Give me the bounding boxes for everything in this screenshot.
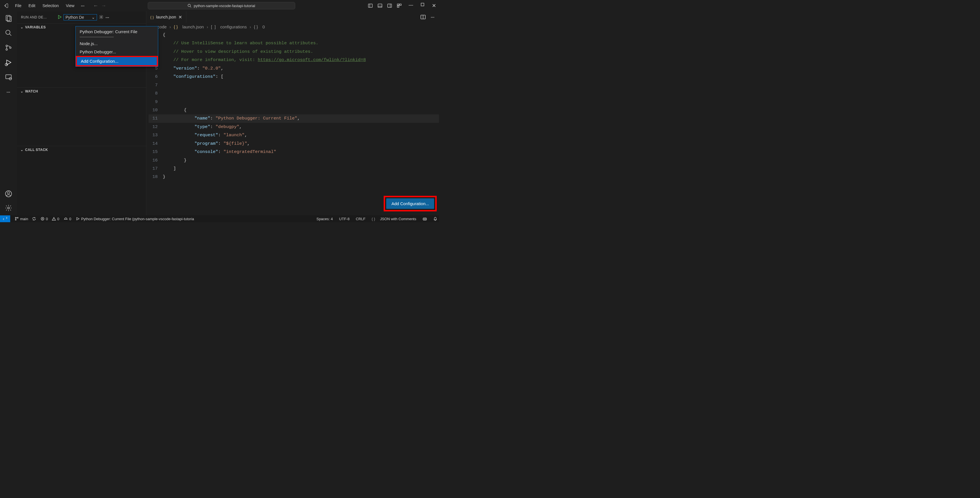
code-editor[interactable]: 1{2 // Use IntelliSense to learn about p… [146, 31, 439, 181]
code-line-11[interactable]: 11 "name": "Python Debugger: Current Fil… [149, 114, 439, 123]
tab-launch-json[interactable]: { } launch.json ✕ [146, 11, 186, 23]
tab-bar: { } launch.json ✕ ⋯ [146, 11, 439, 23]
window-minimize-icon[interactable]: — [409, 3, 413, 9]
code-line-15[interactable]: 15 "console": "integratedTerminal" [149, 148, 439, 156]
code-line-9[interactable]: 9 [149, 98, 439, 106]
command-center[interactable]: python-sample-vscode-fastapi-tutorial [148, 2, 295, 10]
code-line-18[interactable]: 18} [149, 173, 439, 181]
svg-point-22 [15, 217, 16, 219]
breadcrumb-configurations[interactable]: [ ] configurations [211, 24, 247, 29]
svg-rect-15 [6, 75, 11, 78]
code-line-10[interactable]: 10 { [149, 106, 439, 114]
status-language[interactable]: { } JSON with Comments [372, 217, 416, 221]
code-line-3[interactable]: 3 // Hover to view descriptions of exist… [149, 48, 439, 56]
activity-source-control-icon[interactable] [5, 44, 13, 52]
code-line-13[interactable]: 13 "request": "launch", [149, 131, 439, 139]
activity-accounts-icon[interactable] [5, 190, 13, 198]
remote-indicator-icon[interactable] [0, 215, 10, 222]
status-eol[interactable]: CRLF [356, 217, 366, 221]
code-line-16[interactable]: 16 } [149, 156, 439, 164]
status-encoding[interactable]: UTF-8 [339, 217, 350, 221]
status-debug-target[interactable]: Python Debugger: Current File (python-sa… [76, 217, 194, 221]
dropdown-current[interactable]: Python Debugger: Current File [76, 27, 158, 36]
add-configuration-highlight: Add Configuration... [383, 196, 437, 211]
menu-view[interactable]: View [63, 2, 77, 9]
editor-more-icon[interactable]: ⋯ [431, 15, 435, 19]
activity-run-debug-icon[interactable] [5, 59, 13, 66]
svg-point-12 [6, 49, 7, 50]
svg-point-13 [10, 47, 11, 48]
activity-search-icon[interactable] [5, 29, 13, 37]
start-debug-icon[interactable] [57, 15, 62, 20]
command-center-text: python-sample-vscode-fastapi-tutorial [194, 4, 255, 8]
svg-point-11 [6, 45, 7, 46]
dropdown-python-debugger[interactable]: Python Debugger... [76, 48, 158, 56]
svg-point-20 [101, 16, 102, 18]
tab-close-icon[interactable]: ✕ [178, 14, 182, 20]
code-line-6[interactable]: 6 "configurations": [ [149, 73, 439, 81]
debug-config-dropdown: Python Debugger: Current File Node.js...… [75, 26, 158, 67]
status-notifications-icon[interactable] [433, 217, 437, 221]
activity-explorer-icon[interactable] [5, 14, 13, 22]
chevron-down-icon: ⌄ [21, 25, 24, 29]
menu-file[interactable]: File [12, 2, 24, 9]
panel-more-icon[interactable]: ⋯ [105, 15, 110, 19]
svg-point-18 [7, 192, 10, 194]
breadcrumb-file[interactable]: { } launch.json [174, 24, 204, 29]
open-launch-json-icon[interactable] [99, 14, 104, 21]
activity-bar: ⋯ [0, 11, 17, 215]
window-maximize-icon[interactable] [420, 3, 425, 6]
status-branch[interactable]: main [15, 217, 36, 221]
split-editor-icon[interactable] [420, 14, 426, 19]
add-configuration-button[interactable]: Add Configuration... [386, 198, 434, 209]
section-callstack[interactable]: ⌄CALL STACK [17, 146, 146, 153]
layout-sidebar-left-icon[interactable] [368, 3, 372, 8]
code-line-1[interactable]: 1{ [149, 31, 439, 39]
activity-more-icon[interactable]: ⋯ [5, 88, 13, 96]
activity-settings-icon[interactable] [5, 204, 13, 212]
svg-point-10 [6, 30, 10, 34]
title-bar: File Edit Selection View ⋯ ← → python-sa… [0, 0, 439, 11]
code-line-4[interactable]: 4 // For more information, visit: https:… [149, 56, 439, 64]
code-line-8[interactable]: 8 [149, 89, 439, 97]
svg-rect-2 [378, 4, 382, 7]
status-bar: main 0 0 0 Python Debugger: Current File… [0, 215, 439, 222]
svg-rect-3 [388, 4, 391, 7]
json-file-icon: { } [150, 15, 154, 19]
status-problems[interactable]: 0 0 [41, 217, 59, 221]
svg-rect-7 [421, 3, 424, 6]
code-line-12[interactable]: 12 "type": "debugpy", [149, 123, 439, 131]
chevron-down-icon: ⌄ [21, 89, 24, 93]
svg-rect-5 [399, 4, 401, 5]
code-line-7[interactable]: 7 [149, 81, 439, 89]
svg-rect-26 [423, 218, 426, 220]
layout-panel-icon[interactable] [378, 3, 382, 8]
code-line-14[interactable]: 14 "program": "${file}", [149, 140, 439, 148]
breadcrumb-index[interactable]: { } 0 [254, 24, 265, 29]
editor: { } launch.json ✕ ⋯ .vscode › { } launch… [146, 11, 439, 215]
menu-overflow-icon[interactable]: ⋯ [78, 3, 88, 9]
section-watch[interactable]: ⌄WATCH [17, 88, 146, 95]
layout-sidebar-right-icon[interactable] [387, 3, 392, 8]
code-line-5[interactable]: 5 "version": "0.2.0", [149, 64, 439, 73]
menu-selection[interactable]: Selection [40, 2, 62, 9]
nav-back-icon[interactable]: ← [93, 3, 98, 9]
menu-edit[interactable]: Edit [26, 2, 38, 9]
layout-customize-icon[interactable] [397, 3, 401, 8]
activity-remote-explorer-icon[interactable] [5, 73, 13, 81]
svg-point-27 [424, 219, 425, 219]
status-ports[interactable]: 0 [64, 217, 71, 221]
code-line-17[interactable]: 17 ] [149, 164, 439, 173]
code-line-2[interactable]: 2 // Use IntelliSense to learn about pos… [149, 39, 439, 47]
dropdown-node[interactable]: Node.js... [76, 40, 158, 48]
chevron-down-icon: ⌄ [21, 148, 24, 152]
debug-config-select[interactable]: Python De ⌄ [64, 14, 97, 21]
nav-forward-icon[interactable]: → [101, 3, 106, 9]
svg-rect-4 [397, 4, 399, 5]
status-copilot-icon[interactable] [423, 217, 427, 221]
sync-icon[interactable] [32, 217, 36, 221]
dropdown-add-configuration[interactable]: Add Configuration... [76, 56, 158, 66]
breadcrumb[interactable]: .vscode › { } launch.json › [ ] configur… [146, 23, 439, 31]
status-spaces[interactable]: Spaces: 4 [317, 217, 333, 221]
window-close-icon[interactable]: ✕ [432, 3, 436, 9]
